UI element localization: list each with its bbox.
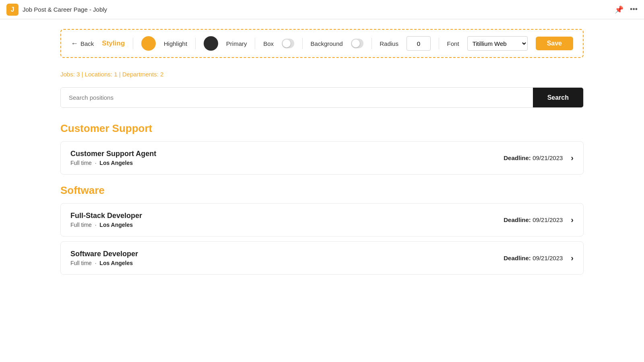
toolbar-divider-1 <box>133 38 133 49</box>
job-card[interactable]: Customer Support Agent Full time · Los A… <box>60 141 584 175</box>
sections-container: Customer Support Customer Support Agent … <box>60 122 584 275</box>
job-title: Full-Stack Developer <box>70 212 142 220</box>
deadline-text: Deadline: 09/21/2023 <box>504 216 563 224</box>
job-title: Customer Support Agent <box>70 150 156 158</box>
job-card[interactable]: Software Developer Full time · Los Angel… <box>60 241 584 275</box>
toolbar-divider-5 <box>372 38 372 49</box>
styling-toolbar: ← Back Styling Highlight Primary Box Bac… <box>60 29 584 58</box>
toolbar-divider-2 <box>195 38 196 49</box>
box-label: Box <box>263 40 274 47</box>
back-arrow-icon: ← <box>71 39 78 48</box>
search-button[interactable]: Search <box>533 88 583 107</box>
topbar: J Job Post & Career Page - Jobly 📌 ••• <box>0 0 644 19</box>
search-bar: Search <box>60 87 584 108</box>
section-title-software: Software <box>60 184 584 197</box>
main-content: ← Back Styling Highlight Primary Box Bac… <box>0 19 644 362</box>
search-input[interactable] <box>61 88 533 107</box>
primary-color-swatch[interactable] <box>204 36 218 51</box>
highlight-color-swatch[interactable] <box>141 36 156 51</box>
save-button[interactable]: Save <box>536 37 573 50</box>
chevron-right-icon: › <box>571 153 574 162</box>
highlight-label: Highlight <box>164 40 187 47</box>
toolbar-divider-3 <box>255 38 255 49</box>
section-customer-support: Customer Support Customer Support Agent … <box>60 122 584 175</box>
font-label: Font <box>447 40 459 47</box>
job-card-left: Software Developer Full time · Los Angel… <box>70 250 138 266</box>
background-toggle[interactable] <box>351 39 363 48</box>
app-title: Job Post & Career Page - Jobly <box>23 6 611 13</box>
styling-label: Styling <box>102 39 125 47</box>
section-software: Software Full-Stack Developer Full time … <box>60 184 584 275</box>
primary-label: Primary <box>226 40 247 47</box>
chevron-right-icon: › <box>571 215 574 224</box>
app-logo: J <box>6 4 19 16</box>
font-select[interactable]: Titillium Web Roboto Open Sans Lato Mont… <box>467 36 528 51</box>
job-card-right: Deadline: 09/21/2023 › <box>504 253 574 263</box>
job-card-left: Full-Stack Developer Full time · Los Ang… <box>70 212 142 228</box>
background-label: Background <box>311 40 343 47</box>
box-toggle[interactable] <box>282 39 294 48</box>
job-card-right: Deadline: 09/21/2023 › <box>504 153 574 162</box>
job-card[interactable]: Full-Stack Developer Full time · Los Ang… <box>60 203 584 237</box>
deadline-text: Deadline: 09/21/2023 <box>504 154 563 162</box>
chevron-right-icon: › <box>571 253 574 263</box>
job-card-left: Customer Support Agent Full time · Los A… <box>70 150 156 166</box>
job-meta: Full time · Los Angeles <box>70 160 156 166</box>
back-button[interactable]: ← Back <box>71 39 94 48</box>
radius-input[interactable] <box>407 36 431 51</box>
job-meta: Full time · Los Angeles <box>70 260 138 266</box>
stats-line: Jobs: 3 | Locations: 1 | Departments: 2 <box>60 71 584 78</box>
toolbar-divider-4 <box>302 38 303 49</box>
pin-icon[interactable]: 📌 <box>615 5 623 14</box>
toolbar-divider-6 <box>439 38 439 49</box>
deadline-text: Deadline: 09/21/2023 <box>504 255 563 262</box>
job-title: Software Developer <box>70 250 138 258</box>
topbar-actions: 📌 ••• <box>615 5 638 14</box>
job-card-right: Deadline: 09/21/2023 › <box>504 215 574 224</box>
more-options-icon[interactable]: ••• <box>630 5 638 14</box>
radius-label: Radius <box>380 40 398 47</box>
section-title-customer-support: Customer Support <box>60 122 584 135</box>
job-meta: Full time · Los Angeles <box>70 222 142 228</box>
